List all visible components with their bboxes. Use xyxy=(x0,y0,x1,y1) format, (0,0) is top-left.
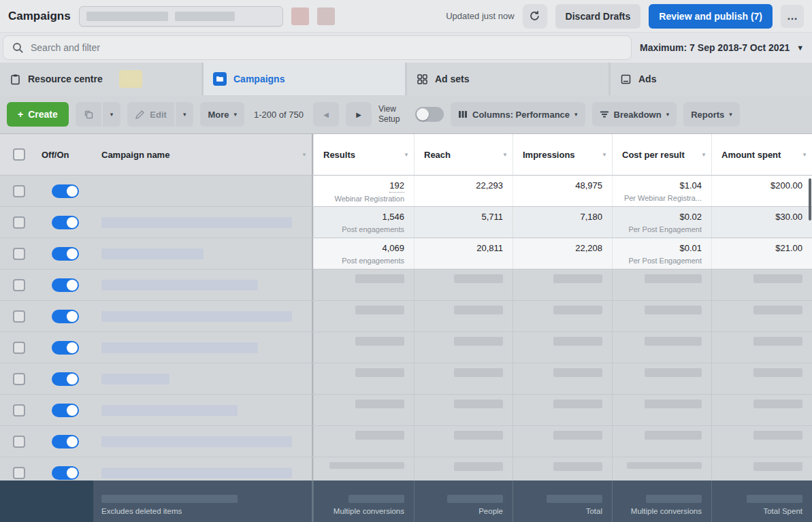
duplicate-button-group: ▾ xyxy=(76,102,121,127)
row-checkbox[interactable] xyxy=(13,404,25,417)
search-icon xyxy=(12,42,24,54)
table-body: 192 Webinar Registration 22,293 48,975 $… xyxy=(0,176,812,480)
table-row xyxy=(0,332,812,363)
redacted-value xyxy=(753,368,802,377)
tab-label: Ad sets xyxy=(435,74,470,84)
totals-left-spacer xyxy=(0,480,93,522)
campaign-on-toggle[interactable] xyxy=(52,341,79,355)
sort-caret-icon: ▼ xyxy=(802,152,807,158)
column-header-cost-per-result[interactable]: Cost per result ▼ xyxy=(612,134,711,175)
column-header-amount-spent[interactable]: Amount spent ▼ xyxy=(711,134,812,175)
edit-caret-button[interactable]: ▾ xyxy=(176,102,194,127)
scrollbar-thumb[interactable] xyxy=(809,178,811,221)
amount-spent-cell: $200.00 xyxy=(711,176,812,206)
edit-button[interactable]: Edit xyxy=(127,102,174,127)
campaign-on-toggle[interactable] xyxy=(52,466,79,480)
row-checkbox[interactable] xyxy=(13,373,25,385)
reports-label: Reports xyxy=(691,110,724,120)
more-button[interactable]: More ▾ xyxy=(200,102,244,127)
pagination-range: 1-200 of 750 xyxy=(254,110,304,120)
tab-campaigns[interactable]: Campaigns xyxy=(204,63,405,95)
column-header-results[interactable]: Results ▼ xyxy=(313,134,414,175)
redacted-value xyxy=(355,306,404,314)
next-page-button[interactable]: ▶ xyxy=(346,102,372,127)
row-checkbox[interactable] xyxy=(13,279,25,291)
redacted-value xyxy=(553,306,602,314)
campaign-on-toggle[interactable] xyxy=(52,310,79,323)
tab-ads[interactable]: Ads xyxy=(611,63,812,95)
row-checkbox[interactable] xyxy=(13,467,25,479)
review-publish-button[interactable]: Review and publish (7) xyxy=(649,4,773,29)
campaigns-table: Off/On Campaign name ▼ Results ▼ Reach ▼… xyxy=(0,133,812,522)
redacted-value xyxy=(348,495,404,503)
results-cell: 4,069 Post engagements xyxy=(313,238,414,269)
tab-label: Resource centre xyxy=(28,74,103,84)
campaign-on-toggle[interactable] xyxy=(52,278,79,292)
redacted-value xyxy=(645,368,702,377)
campaign-on-toggle[interactable] xyxy=(52,184,79,198)
row-checkbox[interactable] xyxy=(13,310,25,323)
totals-spent-cell: Total Spent xyxy=(711,480,812,522)
redacted-value xyxy=(753,337,802,346)
tab-ad-sets[interactable]: Ad sets xyxy=(407,63,608,95)
redacted-value xyxy=(753,431,802,440)
redacted-value xyxy=(645,306,702,314)
columns-label: Columns: Performance xyxy=(472,110,570,120)
select-all-checkbox[interactable] xyxy=(13,148,25,161)
totals-cost-cell: Multiple conversions xyxy=(612,480,711,522)
column-header-off-on[interactable]: Off/On xyxy=(37,134,93,175)
column-header-campaign-name[interactable]: Campaign name ▼ xyxy=(93,134,313,175)
date-range-selector[interactable]: Maximum: 7 Sep 2018-7 Oct 2021 ▼ xyxy=(640,42,812,53)
redacted-value xyxy=(753,399,802,408)
row-checkbox[interactable] xyxy=(13,248,25,260)
duplicate-caret-button[interactable]: ▾ xyxy=(103,102,121,127)
toggle-knob xyxy=(417,108,429,120)
grid-icon xyxy=(417,74,428,85)
reach-cell: 5,711 xyxy=(414,207,513,238)
prev-page-button[interactable]: ◀ xyxy=(313,102,339,127)
plus-icon: + xyxy=(18,109,23,120)
redacted-value xyxy=(454,337,503,346)
column-header-reach[interactable]: Reach ▼ xyxy=(414,134,513,175)
reports-button[interactable]: Reports ▾ xyxy=(683,102,740,127)
row-checkbox[interactable] xyxy=(13,185,25,197)
row-checkbox[interactable] xyxy=(13,216,25,229)
table-row xyxy=(0,395,812,426)
redacted-badge xyxy=(119,70,142,88)
campaign-on-toggle[interactable] xyxy=(52,216,79,229)
redacted-value xyxy=(627,462,702,469)
account-selector-redacted[interactable] xyxy=(79,6,283,27)
sort-caret-icon: ▼ xyxy=(701,152,707,158)
discard-drafts-button[interactable]: Discard Drafts xyxy=(555,4,641,29)
search-box[interactable] xyxy=(3,35,632,60)
overflow-menu-button[interactable]: … xyxy=(781,5,804,28)
redacted-value xyxy=(553,399,602,408)
campaign-on-toggle[interactable] xyxy=(52,247,79,261)
breakdown-button[interactable]: Breakdown ▾ xyxy=(592,102,677,127)
campaign-on-toggle[interactable] xyxy=(52,372,79,386)
create-button[interactable]: + Create xyxy=(7,102,69,127)
tab-resource-centre[interactable]: Resource centre xyxy=(0,63,201,95)
column-header-impressions[interactable]: Impressions ▼ xyxy=(513,134,612,175)
duplicate-button[interactable] xyxy=(76,102,101,127)
refresh-button[interactable] xyxy=(523,4,547,29)
view-setup-toggle[interactable] xyxy=(415,107,444,122)
amount-spent-cell: $30.00 xyxy=(711,207,812,238)
redacted-campaign-name xyxy=(101,436,292,447)
caret-down-icon: ▾ xyxy=(233,111,237,118)
row-checkbox[interactable] xyxy=(13,342,25,354)
redacted-value xyxy=(553,274,602,283)
campaign-on-toggle[interactable] xyxy=(52,435,79,448)
campaign-on-toggle[interactable] xyxy=(52,404,79,417)
table-row: 4,069 Post engagements 20,811 22,208 $0.… xyxy=(0,238,812,270)
row-checkbox[interactable] xyxy=(13,436,25,448)
search-input[interactable] xyxy=(31,42,623,53)
columns-button[interactable]: Columns: Performance ▾ xyxy=(451,102,585,127)
edit-button-group: Edit ▾ xyxy=(127,102,193,127)
totals-campaign-cell: Excludes deleted items xyxy=(93,480,313,522)
cost-per-result-cell: $0.02 Per Post Engagement xyxy=(612,207,711,238)
table-row: 192 Webinar Registration 22,293 48,975 $… xyxy=(0,176,812,207)
redacted-value xyxy=(329,462,404,469)
redacted-value xyxy=(753,274,802,283)
redacted-campaign-name xyxy=(101,468,292,478)
